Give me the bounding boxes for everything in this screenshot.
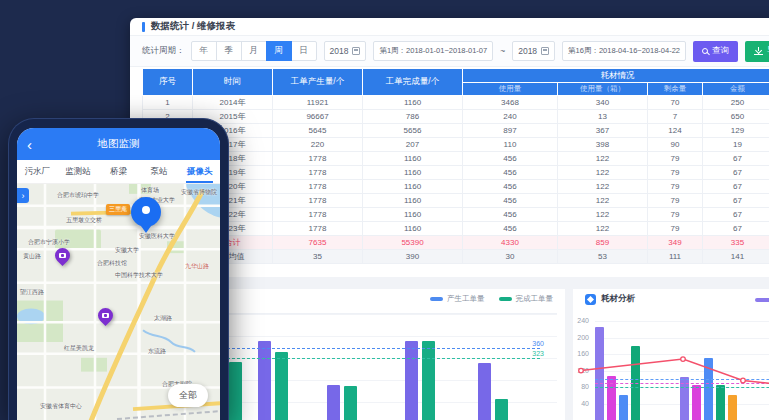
tab-桥梁[interactable]: 桥梁 [98,160,139,183]
export-excel-button[interactable]: 导出Excel [745,41,769,62]
cell: 349 [648,236,703,250]
map-view[interactable]: 合肥市琥珀中学体育场安徽农业大学安徽省博物院五里墩立交桥安徽医科大学合肥市宁溪小… [17,184,220,420]
cell: 456 [463,180,558,194]
bar [478,363,491,420]
ref-line-label: 360 [532,340,544,347]
cell: 1160 [363,180,463,194]
table-row: 92022年177811604561227967 [143,208,769,222]
selected-marker[interactable] [131,197,161,227]
phone-screen: ‹ 地图监测 污水厂监测站桥梁泵站摄像头 [17,128,220,420]
cell: 1 [143,96,193,110]
cell: 67 [703,194,769,208]
filter-bar: 统计周期： 年季月周日 2018 第1周：2018-01-01~2018-01-… [130,36,769,67]
bar [344,386,357,420]
period-label: 统计周期： [142,45,185,57]
map-label: 东流路 [148,347,166,356]
cell: 67 [703,208,769,222]
cell: 390 [363,250,463,264]
cell: 67 [703,222,769,236]
cell: 1778 [273,222,363,236]
cell: 122 [558,208,648,222]
map-label: 安徽省博物院 [181,188,217,197]
period-segment: 年季月周日 [192,41,317,61]
map-label: 九华山路 [185,262,209,271]
back-button[interactable]: ‹ [27,137,32,152]
all-filter-button[interactable]: 全部 [168,384,208,407]
chart-title: 耗材分析 [601,293,635,305]
breadcrumb: 数据统计 / 维修报表 [151,20,235,33]
y-tick-label: 200 [573,334,589,341]
col-header-completed: 工单完成量/个 [363,69,463,96]
cell: 13 [558,110,648,124]
col-header-created: 工单产生量/个 [273,69,363,96]
cell: 398 [558,138,648,152]
total-row: 合计7635553904330859349335 [143,236,769,250]
map-label: 五里墩立交桥 [66,216,102,225]
end-year-picker[interactable]: 2018 [512,41,555,61]
bar [495,399,508,420]
cell: 1160 [363,222,463,236]
bar [258,341,271,420]
cell: 19 [703,138,769,152]
sub-header-usage-box: 使用量（箱） [558,83,648,96]
col-header-index: 序号 [143,69,193,96]
map-label: 合肥科技馆 [97,259,127,268]
period-option-季[interactable]: 季 [216,41,242,61]
cell: 79 [648,180,703,194]
cell: 3468 [463,96,558,110]
period-option-周[interactable]: 周 [266,41,292,61]
start-week-value: 第1周：2018-01-01~2018-01-07 [379,46,487,56]
start-year-picker[interactable]: 2018 [324,41,367,61]
bar [229,362,242,420]
legend-item[interactable]: 产生工单量 [430,294,485,304]
cell: 220 [273,138,363,152]
cell: 7635 [273,236,363,250]
tab-监测站[interactable]: 监测站 [58,160,99,183]
cell: 1160 [363,96,463,110]
cell: 67 [703,180,769,194]
cell: 122 [558,194,648,208]
cell: 90 [648,138,703,152]
breadcrumb-bar: 数据统计 / 维修报表 [130,18,769,36]
cell: 250 [703,96,769,110]
analysis-icon [585,294,596,305]
consumables-plot [595,313,769,420]
cell: 456 [463,222,558,236]
map-label: 体育场 [141,186,159,195]
legend-swatch [499,297,512,301]
selected-marker-tail [141,226,151,238]
range-separator: ~ [500,46,505,56]
tab-污水厂[interactable]: 污水厂 [17,160,58,183]
map-label: 安徽大学 [115,246,139,255]
cell: 1160 [363,166,463,180]
map-label: 合肥市琥珀中学 [57,191,99,200]
cell: 55390 [363,236,463,250]
bar [327,385,340,420]
legend-item[interactable]: 完成工单量 [499,294,554,304]
tab-摄像头[interactable]: 摄像头 [179,160,220,183]
cell: 4330 [463,236,558,250]
map-label: 合肥市宁溪小学 [28,238,70,247]
cell: 111 [648,250,703,264]
cell: 122 [558,180,648,194]
table-area: 序号 时间 工单产生量/个 工单完成量/个 耗材情况 使用量 使用量（箱） 剩余… [142,68,769,264]
breadcrumb-accent-bar [142,22,145,32]
cell: 122 [558,222,648,236]
period-option-日[interactable]: 日 [291,41,317,61]
camera-icon [102,313,109,318]
map-label: 中国科学技术大学 [115,271,163,280]
period-option-月[interactable]: 月 [241,41,267,61]
query-button[interactable]: 查询 [693,41,738,62]
cell: 650 [703,110,769,124]
chart-legend: 产生工单量完成工单量 [430,294,553,304]
legend-swatch [430,297,443,301]
cell: 79 [648,208,703,222]
cell: 786 [363,110,463,124]
start-week-input[interactable]: 第1周：2018-01-01~2018-01-07 [373,41,493,61]
map-expander-button[interactable]: › [17,188,29,203]
tab-泵站[interactable]: 泵站 [139,160,180,183]
cell: 5656 [363,124,463,138]
end-week-input[interactable]: 第16周：2018-04-16~2018-04-22 [562,41,686,61]
period-option-年[interactable]: 年 [191,41,217,61]
cell: 1160 [363,194,463,208]
